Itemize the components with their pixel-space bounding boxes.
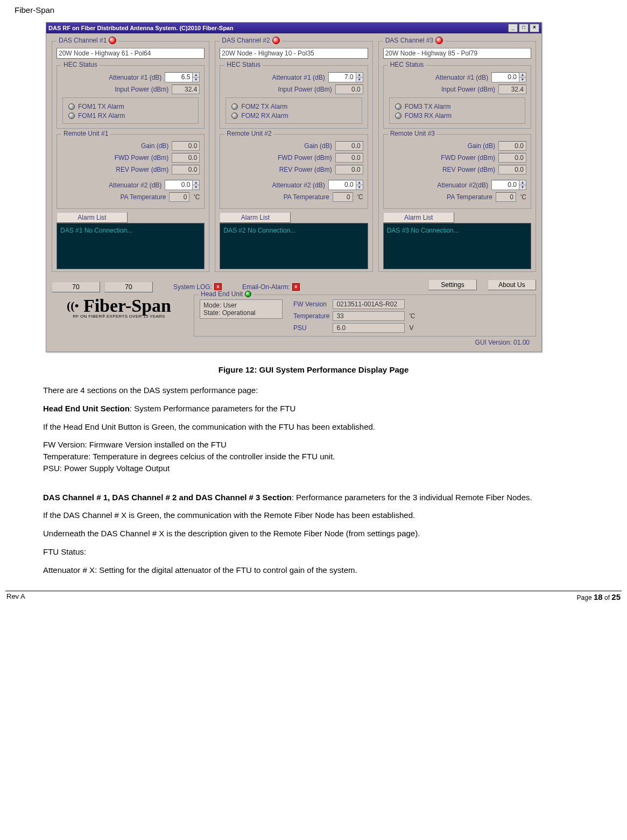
tx-alarm-led [395,103,401,110]
attenuator1-value[interactable]: 6.5 [165,72,192,82]
minimize-icon[interactable]: _ [508,24,518,32]
close-icon[interactable]: × [530,24,539,32]
spin-up-icon[interactable]: ▲ [519,180,526,185]
rev-power-label: REV Power (dBm) [388,166,495,173]
rev-power-value: 0.0 [335,165,363,174]
fwd-power-value: 0.0 [335,153,363,163]
about-us-button[interactable]: About Us [488,279,536,290]
heu-temp-value: 33 [333,311,405,321]
settings-button[interactable]: Settings [428,279,477,290]
spin-down-icon[interactable]: ▼ [356,78,363,82]
head-end-unit-title: Head End Unit [201,290,243,298]
spin-down-icon[interactable]: ▼ [519,185,526,190]
input-power-value: 0.0 [335,85,363,94]
channel-description-input[interactable] [57,48,205,59]
system-log-icon[interactable]: x [214,283,222,291]
pa-temp-unit: 'C [520,193,526,201]
spin-up-icon[interactable]: ▲ [356,180,363,185]
attenuator1-label: Attenuator #1 (dB) [224,74,325,81]
spin-up-icon[interactable]: ▲ [193,73,199,78]
das-channel-title: DAS Channel #2 [222,37,270,44]
gui-version-label: GUI Version: 01.00 [52,337,536,349]
input-power-value: 32.4 [172,85,200,94]
figure-caption: Figure 12: GUI System Performance Displa… [13,365,614,374]
body-p2: Head End Unit Section: System Performanc… [43,403,584,414]
body-p4c: PSU: Power Supply Voltage Output [43,463,584,474]
hec-status-title: HEC Status [64,61,97,68]
channel-status-led [109,37,116,44]
channel-status-led [272,37,280,44]
rev-power-value: 0.0 [498,165,526,174]
rev-power-label: REV Power (dBm) [61,166,168,173]
tx-alarm-label: FOM2 TX Alarm [241,103,287,110]
body-p9: Attenuator # X: Setting for the digital … [43,565,584,576]
gain-value: 0.0 [172,141,200,151]
pa-temp-label: PA Temperature [224,193,329,201]
fwd-power-value: 0.0 [172,153,200,163]
maximize-icon[interactable]: □ [519,24,529,32]
app-window: DAS RF on Fiber Distributed Antenna Syst… [46,22,542,352]
pa-temp-value: 0 [333,192,353,202]
gain-value: 0.0 [335,141,363,151]
body-p5: DAS Channel # 1, DAS Channel # 2 and DAS… [43,492,584,503]
spin-up-icon[interactable]: ▲ [519,73,526,78]
body-p3: If the Head End Unit Button is Green, th… [43,422,584,432]
meter-2[interactable]: 70 [104,282,153,292]
body-p8: FTU Status: [43,547,584,557]
spin-down-icon[interactable]: ▼ [193,185,199,190]
alarm-list-button[interactable]: Alarm List [57,212,128,223]
remote-unit-title: Remote Unit #1 [64,130,108,137]
psu-unit: V [409,324,415,332]
alarm-list-box: DAS #2 No Connection... [220,223,368,269]
logo: ((• Fiber-Span [52,298,186,314]
system-log-label: System LOG: [173,283,212,291]
fwd-power-label: FWD Power (dBm) [224,154,332,162]
attenuator1-label: Attenuator #1 (dB) [61,74,161,81]
pa-temp-unit: 'C [194,193,200,201]
rx-alarm-led [395,113,401,119]
body-p6: If the DAS Channel # X is Green, the com… [43,510,584,521]
body-p7: Underneath the DAS Channel # X is the de… [43,528,584,539]
channel-status-led [435,37,443,44]
input-power-label: Input Power (dBm) [388,86,495,93]
spin-down-icon[interactable]: ▼ [193,78,199,82]
rx-alarm-label: FOM1 RX Alarm [78,112,125,120]
attenuator2-value[interactable]: 0.0 [328,180,356,190]
spin-up-icon[interactable]: ▲ [193,180,199,185]
input-power-label: Input Power (dBm) [224,86,332,93]
hec-status-title: HEC Status [390,61,424,68]
remote-unit-title: Remote Unit #2 [227,130,271,137]
alarm-list-button[interactable]: Alarm List [220,212,291,223]
alarm-list-box: DAS #3 No Connection... [383,223,531,269]
pa-temp-value: 0 [169,192,189,202]
channel-description-input[interactable] [220,48,368,59]
attenuator2-label: Attenuator #2 (dB) [224,181,325,189]
channel-description-input[interactable] [383,48,531,59]
meter-1[interactable]: 70 [52,282,100,292]
body-p1: There are 4 sections on the DAS system p… [43,385,584,396]
das-channel-title: DAS Channel #1 [59,37,107,44]
gain-label: Gain (dB) [224,142,332,150]
tx-alarm-led [231,103,238,110]
spin-down-icon[interactable]: ▼ [519,78,526,82]
fwd-power-value: 0.0 [498,153,526,163]
attenuator1-value[interactable]: 7.0 [328,72,356,82]
pa-temp-label: PA Temperature [61,193,166,201]
alarm-list-box: DAS #1 No Connection... [57,223,205,269]
rx-alarm-led [231,113,238,119]
alarm-list-button[interactable]: Alarm List [383,212,454,223]
spin-down-icon[interactable]: ▼ [356,185,363,190]
attenuator2-value[interactable]: 0.0 [491,180,519,190]
spin-up-icon[interactable]: ▲ [356,73,363,78]
attenuator2-value[interactable]: 0.0 [165,180,192,190]
attenuator1-value[interactable]: 0.0 [491,72,519,82]
head-end-unit-status-led [245,291,251,297]
heu-temp-unit: 'C [409,312,415,320]
heu-mode-line: Mode: User [203,302,279,309]
pa-temp-value: 0 [496,192,516,202]
email-on-alarm-icon[interactable]: x [292,283,300,291]
body-p4b: Temperature: Temperature in degrees celc… [43,451,584,462]
fwd-power-label: FWD Power (dBm) [61,154,168,162]
email-on-alarm-label: Email-On-Alarm: [242,283,290,291]
heu-state-box: Mode: User State: Operational [200,299,283,319]
